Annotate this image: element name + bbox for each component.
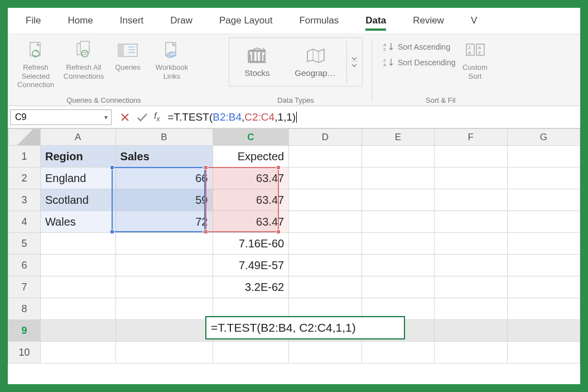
cell-A3[interactable]: Scotland	[40, 189, 115, 211]
cell-G10[interactable]	[507, 342, 580, 364]
cell-G8[interactable]	[507, 298, 580, 320]
tab-view-partial[interactable]: V	[457, 11, 490, 31]
cell-A10[interactable]	[40, 342, 115, 364]
cell-B2[interactable]: 66	[115, 168, 213, 189]
cell-A6[interactable]	[40, 255, 115, 276]
tab-page-layout[interactable]: Page Layout	[206, 11, 286, 31]
cell-B9[interactable]	[115, 320, 213, 342]
refresh-all-button[interactable]: Refresh All Connections	[62, 37, 105, 80]
queries-button[interactable]: Queries	[110, 37, 145, 72]
cell-A5[interactable]	[40, 233, 115, 255]
tab-review[interactable]: Review	[399, 11, 457, 31]
cell-C4[interactable]: 63.47	[213, 211, 289, 233]
row-header-1[interactable]: 1	[8, 146, 41, 168]
cell-G2[interactable]	[507, 168, 580, 189]
cell-F7[interactable]	[435, 276, 507, 298]
col-header-E[interactable]: E	[362, 129, 434, 146]
row-header-8[interactable]: 8	[8, 298, 41, 320]
cell-D1[interactable]	[289, 146, 362, 168]
cell-E10[interactable]	[362, 342, 434, 364]
row-header-2[interactable]: 2	[8, 168, 41, 189]
cell-B4[interactable]: 72	[115, 211, 213, 233]
name-box[interactable]: C9 ▾	[10, 109, 112, 125]
row-header-4[interactable]: 4	[8, 211, 41, 233]
cell-B6[interactable]	[115, 255, 213, 276]
enter-formula-button[interactable]	[136, 112, 148, 123]
cell-D10[interactable]	[289, 342, 362, 364]
cell-B3[interactable]: 59	[115, 189, 213, 211]
cell-E1[interactable]	[362, 146, 434, 168]
cell-D6[interactable]	[289, 255, 362, 276]
tab-draw[interactable]: Draw	[157, 11, 206, 31]
tab-data[interactable]: Data	[352, 11, 399, 31]
cell-A4[interactable]: Wales	[40, 211, 115, 233]
cell-C10[interactable]	[213, 342, 289, 364]
cell-G4[interactable]	[507, 211, 580, 233]
cell-E7[interactable]	[362, 276, 434, 298]
cell-C2[interactable]: 63.47	[213, 168, 289, 189]
cell-D3[interactable]	[289, 189, 362, 211]
refresh-selected-button[interactable]: Refresh Selected Connection	[15, 37, 57, 89]
cell-G3[interactable]	[507, 189, 580, 211]
cell-A8[interactable]	[40, 298, 115, 320]
col-header-B[interactable]: B	[115, 129, 213, 146]
cell-D5[interactable]	[289, 233, 362, 255]
row-header-7[interactable]: 7	[8, 276, 41, 298]
col-header-G[interactable]: G	[507, 129, 580, 146]
cell-G7[interactable]	[507, 276, 580, 298]
cell-F2[interactable]	[435, 168, 507, 189]
row-header-3[interactable]: 3	[8, 189, 41, 211]
workbook-links-button[interactable]: Workbook Links	[151, 37, 193, 80]
cell-F9[interactable]	[435, 320, 507, 342]
col-header-F[interactable]: F	[435, 129, 507, 146]
insert-function-button[interactable]: fx	[154, 111, 160, 123]
row-header-5[interactable]: 5	[8, 233, 41, 255]
cell-B5[interactable]	[115, 233, 213, 255]
cell-C5[interactable]: 7.16E-60	[213, 233, 289, 255]
tab-insert[interactable]: Insert	[107, 11, 157, 31]
row-header-10[interactable]: 10	[8, 342, 41, 364]
cell-D7[interactable]	[289, 276, 362, 298]
cell-F6[interactable]	[435, 255, 507, 276]
col-header-D[interactable]: D	[289, 129, 362, 146]
sort-descending-button[interactable]: ZA Sort Descending	[383, 58, 456, 68]
cell-E6[interactable]	[362, 255, 434, 276]
cell-F4[interactable]	[435, 211, 507, 233]
cell-G6[interactable]	[507, 255, 580, 276]
cell-D4[interactable]	[289, 211, 362, 233]
tab-file[interactable]: File	[12, 11, 54, 31]
cell-G5[interactable]	[507, 233, 580, 255]
cell-B1[interactable]: Sales	[115, 146, 213, 168]
cell-A2[interactable]: England	[40, 168, 115, 189]
cell-C7[interactable]: 3.2E-62	[213, 276, 289, 298]
cell-F10[interactable]	[435, 342, 507, 364]
col-header-C[interactable]: C	[213, 129, 289, 146]
custom-sort-button[interactable]: ZAAZ Custom Sort	[458, 37, 493, 104]
cell-G9[interactable]	[507, 320, 580, 342]
cell-F1[interactable]	[435, 146, 507, 168]
select-all-corner[interactable]	[8, 129, 41, 146]
cell-E3[interactable]	[362, 189, 434, 211]
row-header-9[interactable]: 9	[8, 320, 41, 342]
cell-B10[interactable]	[115, 342, 213, 364]
data-types-more-button[interactable]	[346, 41, 361, 83]
cell-G1[interactable]	[507, 146, 580, 168]
cell-F5[interactable]	[435, 233, 507, 255]
data-types-gallery[interactable]: Stocks Geograp…	[229, 37, 363, 87]
col-header-A[interactable]: A	[40, 129, 115, 146]
cell-B8[interactable]	[115, 298, 213, 320]
spreadsheet-grid[interactable]: A B C D E F G 1 Region Sales Expected	[8, 128, 580, 384]
cell-E2[interactable]	[362, 168, 434, 189]
cell-E5[interactable]	[362, 233, 434, 255]
stocks-button[interactable]: Stocks	[230, 47, 284, 78]
cell-C6[interactable]: 7.49E-57	[213, 255, 289, 276]
cell-A7[interactable]	[40, 276, 115, 298]
row-header-6[interactable]: 6	[8, 255, 41, 276]
tab-home[interactable]: Home	[54, 11, 106, 31]
cell-B7[interactable]	[115, 276, 213, 298]
cell-D2[interactable]	[289, 168, 362, 189]
cell-C1[interactable]: Expected	[213, 146, 289, 168]
cell-F3[interactable]	[435, 189, 507, 211]
cell-A9[interactable]	[40, 320, 115, 342]
cell-F8[interactable]	[435, 298, 507, 320]
